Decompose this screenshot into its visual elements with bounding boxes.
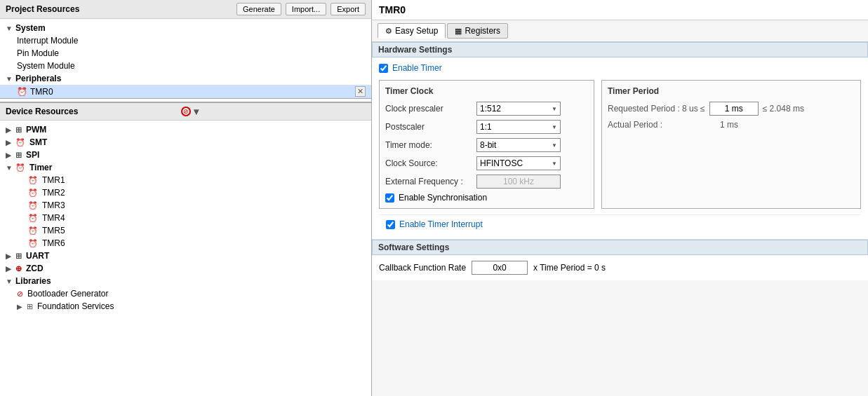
tab-easy-setup-label: Easy Setup (395, 26, 438, 36)
tab-easy-setup[interactable]: ⚙ Easy Setup (378, 23, 446, 39)
requested-period-row: Requested Period : 8 us ≤ ≤ 2.048 ms (608, 102, 855, 116)
tree-item-tmr6[interactable]: ⏰ TMR6 (0, 237, 371, 250)
tmr3-label: TMR3 (42, 200, 65, 210)
tree-item-zcd[interactable]: ▶ ⊕ ZCD (0, 262, 371, 275)
device-resources-header: Device Resources ⊘ ▾ (0, 102, 371, 121)
zcd-label: ZCD (26, 264, 44, 273)
tab-registers-label: Registers (465, 26, 500, 36)
tree-item-tmr0[interactable]: ⏰ TMR0 ✕ (0, 85, 371, 99)
actual-period-row: Actual Period : 1 ms (608, 120, 855, 130)
right-panel: TMR0 ⚙ Easy Setup ▦ Registers Hardware S… (372, 0, 868, 396)
postscaler-select[interactable]: 1:1 ▼ (476, 120, 561, 134)
tab-registers[interactable]: ▦ Registers (447, 23, 508, 39)
project-resources-label: Project Resources (6, 4, 232, 14)
tree-item-interrupt-module[interactable]: Interrupt Module (0, 34, 371, 47)
tree-item-libraries[interactable]: ▼ Libraries (0, 275, 371, 287)
device-tree: ▶ ⊞ PWM ▶ ⏰ SMT ▶ ⊞ SPI ▼ ⏰ Timer ⏰ TMR1 (0, 121, 371, 315)
tree-item-peripherals[interactable]: ▼ Peripherals (0, 72, 371, 85)
callback-input[interactable] (472, 261, 528, 275)
callback-label: Callback Function Rate (379, 263, 466, 273)
smt-icon: ⏰ (15, 138, 25, 147)
tree-item-system[interactable]: ▼ System (0, 22, 371, 34)
requested-period-label: Requested Period : 8 us ≤ (608, 104, 705, 114)
external-freq-input[interactable] (476, 175, 561, 189)
timer-mode-select[interactable]: 8-bit ▼ (476, 138, 561, 152)
enable-sync-checkbox[interactable] (385, 193, 394, 203)
clock-prescaler-value: 1:512 (480, 104, 501, 114)
tree-item-smt[interactable]: ▶ ⏰ SMT (0, 136, 371, 149)
postscaler-value: 1:1 (480, 122, 492, 132)
zcd-icon: ⊕ (15, 264, 22, 273)
clock-source-box[interactable]: HFINTOSC ▼ (476, 156, 561, 170)
enable-timer-row: Enable Timer (379, 63, 861, 73)
tree-item-system-module[interactable]: System Module (0, 60, 371, 72)
clock-source-select[interactable]: HFINTOSC ▼ (476, 156, 561, 170)
system-module-label: System Module (17, 61, 75, 71)
postscaler-label: Postscaler (385, 122, 476, 132)
requested-period-input[interactable] (709, 102, 759, 116)
bootloader-label: Bootloader Generator (27, 289, 108, 299)
timer-label: Timer (29, 163, 52, 172)
import-button[interactable]: Import... (286, 3, 326, 15)
tmr0-label: TMR0 (30, 87, 355, 97)
clock-prescaler-label: Clock prescaler (385, 104, 476, 114)
actual-period-value: 1 ms (720, 120, 738, 130)
clock-prescaler-box[interactable]: 1:512 ▼ (476, 102, 561, 116)
tree-item-pwm[interactable]: ▶ ⊞ PWM (0, 123, 371, 136)
export-button[interactable]: Export (330, 3, 366, 15)
tree-item-uart[interactable]: ▶ ⊞ UART (0, 250, 371, 262)
tree-item-bootloader[interactable]: ⊘ Bootloader Generator (0, 287, 371, 300)
tree-item-tmr5[interactable]: ⏰ TMR5 (0, 224, 371, 237)
device-resources-section: Device Resources ⊘ ▾ ▶ ⊞ PWM ▶ ⏰ SMT ▶ ⊞… (0, 102, 371, 396)
tree-item-tmr3[interactable]: ⏰ TMR3 (0, 199, 371, 212)
spi-label: SPI (26, 150, 39, 160)
external-freq-row: External Frequency : (385, 175, 588, 189)
timer-clock-title: Timer Clock (385, 86, 588, 96)
enable-sync-row: Enable Synchronisation (385, 193, 588, 203)
external-freq-label: External Frequency : (385, 177, 476, 186)
expand-libraries-icon: ▼ (6, 278, 13, 285)
device-dropdown-icon[interactable]: ▾ (194, 106, 366, 117)
postscaler-row: Postscaler 1:1 ▼ (385, 120, 588, 134)
timer-period-title: Timer Period (608, 86, 855, 96)
timer-mode-arrow: ▼ (552, 142, 557, 149)
left-panel: Project Resources Generate Import... Exp… (0, 0, 372, 396)
hardware-settings-header: Hardware Settings (372, 42, 868, 57)
expand-timer-icon: ▼ (6, 164, 13, 172)
tree-item-foundation[interactable]: ▶ ⊞ Foundation Services (0, 300, 371, 313)
gear-icon: ⚙ (385, 27, 392, 36)
postscaler-box[interactable]: 1:1 ▼ (476, 120, 561, 134)
tree-item-pin-module[interactable]: Pin Module (0, 47, 371, 60)
right-panel-title: TMR0 (372, 0, 868, 20)
postscaler-arrow: ▼ (552, 124, 557, 130)
right-content-area: Hardware Settings Enable Timer Timer Clo… (372, 42, 868, 396)
tmr0-clock-icon: ⏰ (17, 87, 27, 97)
timer-mode-row: Timer mode: 8-bit ▼ (385, 138, 588, 152)
tmr2-icon: ⏰ (28, 189, 38, 198)
enable-interrupt-checkbox[interactable] (386, 220, 395, 229)
uart-icon: ⊞ (15, 252, 22, 261)
clock-prescaler-select[interactable]: 1:512 ▼ (476, 102, 561, 116)
expand-uart-icon: ▶ (6, 252, 13, 260)
tree-item-tmr2[interactable]: ⏰ TMR2 (0, 186, 371, 199)
tmr2-label: TMR2 (42, 188, 65, 198)
tmr0-close-button[interactable]: ✕ (355, 86, 366, 97)
system-label: System (15, 23, 46, 33)
timer-mode-box[interactable]: 8-bit ▼ (476, 138, 561, 152)
requested-period-max: ≤ 2.048 ms (763, 104, 804, 114)
foundation-label: Foundation Services (37, 301, 114, 311)
tree-item-timer[interactable]: ▼ ⏰ Timer (0, 161, 371, 174)
tree-item-spi[interactable]: ▶ ⊞ SPI (0, 149, 371, 161)
smt-label: SMT (29, 137, 47, 147)
timer-period-box: Timer Period Requested Period : 8 us ≤ ≤… (601, 80, 861, 209)
spi-icon: ⊞ (15, 151, 22, 160)
tree-item-tmr4[interactable]: ⏰ TMR4 (0, 212, 371, 224)
tabs-bar: ⚙ Easy Setup ▦ Registers (372, 20, 868, 42)
enable-timer-checkbox[interactable] (379, 64, 388, 73)
generate-button[interactable]: Generate (236, 3, 281, 15)
pin-module-label: Pin Module (17, 48, 59, 58)
tree-item-tmr1[interactable]: ⏰ TMR1 (0, 174, 371, 186)
enable-interrupt-row: Enable Timer Interrupt (379, 214, 861, 233)
device-no-icon: ⊘ (181, 107, 191, 116)
enable-timer-label: Enable Timer (392, 63, 442, 73)
